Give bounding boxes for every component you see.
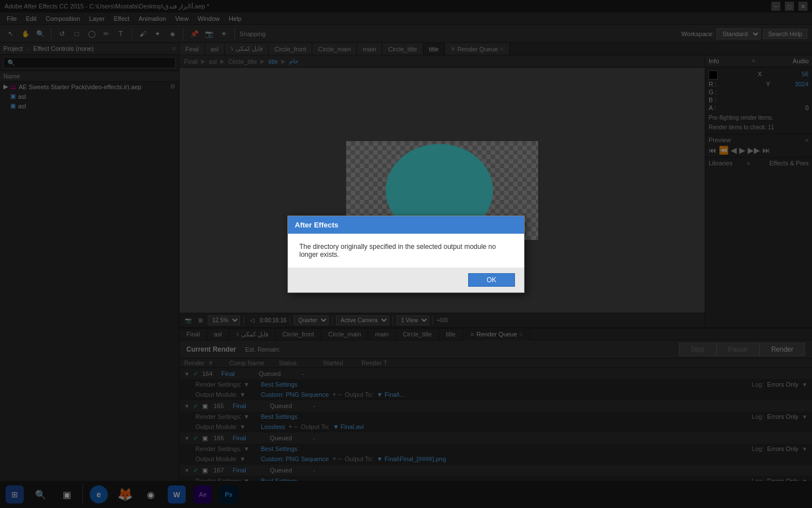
- dialog-content: The directory originally specified in th…: [288, 234, 524, 268]
- dialog-footer: OK: [288, 268, 524, 292]
- dialog-overlay: After Effects The directory originally s…: [0, 0, 812, 508]
- dialog-box: After Effects The directory originally s…: [287, 216, 525, 293]
- dialog-message: The directory originally specified in th…: [299, 243, 496, 259]
- ok-button[interactable]: OK: [468, 273, 515, 287]
- dialog-title-bar: After Effects: [288, 216, 524, 234]
- dialog-title: After Effects: [295, 221, 338, 229]
